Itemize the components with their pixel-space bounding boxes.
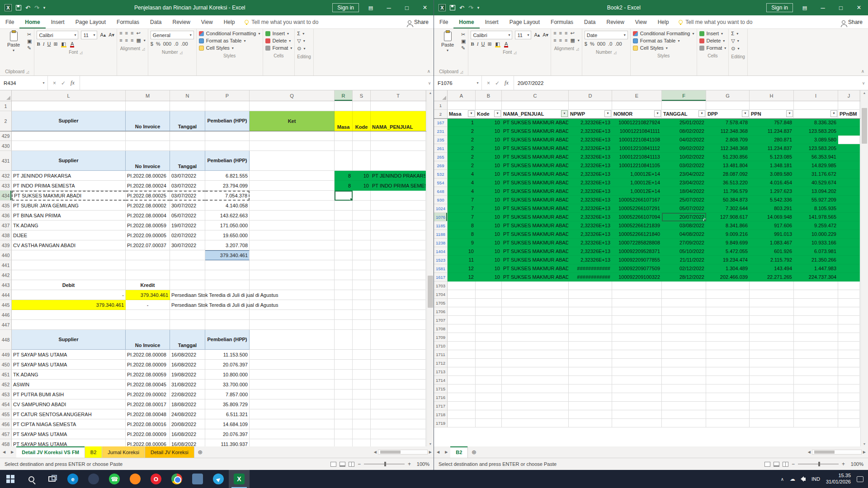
grid-cell[interactable]: PI.2022.08.00006 <box>126 439 170 446</box>
scrollbar-thumb[interactable] <box>428 276 433 308</box>
column-header[interactable]: L <box>12 90 126 101</box>
zoom-level[interactable]: 100% <box>848 461 863 467</box>
grid-cell[interactable]: 10 <box>476 221 502 230</box>
grid-cell[interactable]: 16/08/2022 <box>170 360 205 370</box>
minimize-button[interactable]: ─ <box>814 0 832 15</box>
name-box[interactable]: F1076 <box>434 76 474 90</box>
grid-cell[interactable] <box>371 419 426 429</box>
chrome-icon[interactable] <box>166 470 187 488</box>
column-header[interactable]: B <box>476 90 502 101</box>
grid-cell[interactable]: 202.466.039 <box>706 273 750 282</box>
grid-cell[interactable]: 100012210841113 <box>612 153 662 161</box>
row-header[interactable]: 439 <box>0 240 12 250</box>
grid-cell[interactable] <box>335 151 353 171</box>
grid-cell[interactable] <box>502 376 569 385</box>
grid-cell[interactable]: 2,32326E+13 <box>569 221 612 230</box>
column-header[interactable]: P <box>205 90 250 101</box>
conditional-formatting-button[interactable]: Conditional Formatting▾ <box>633 31 694 36</box>
grid-cell[interactable] <box>250 419 335 429</box>
grid-cell[interactable] <box>12 270 126 280</box>
grid-cell[interactable] <box>335 280 353 290</box>
grid-cell[interactable]: 16/08/2022 <box>170 350 205 360</box>
align-top-button[interactable]: ≡ <box>119 31 122 36</box>
row-header[interactable]: 1708 <box>434 324 448 333</box>
grid-cell[interactable] <box>250 141 335 151</box>
grid-cell[interactable] <box>448 385 476 393</box>
close-button[interactable]: × <box>416 0 434 15</box>
row-header[interactable]: 1076 <box>434 213 448 221</box>
grid-cell[interactable]: No Invoice <box>126 330 170 350</box>
underline-button[interactable]: U <box>47 42 51 47</box>
fill-color-button[interactable]: ◧ <box>61 42 67 47</box>
grid-cell[interactable]: 5.542.336 <box>750 196 794 204</box>
grid-cell[interactable]: 7.857.000 <box>205 389 250 399</box>
grid-cell[interactable]: Tanggal <box>170 111 205 131</box>
grid-cell[interactable] <box>612 419 662 427</box>
row-header[interactable]: 1718 <box>434 410 448 419</box>
grid-cell[interactable] <box>353 399 371 409</box>
grid-cell[interactable] <box>126 101 170 111</box>
grid-cell[interactable]: PI.2022.08.00017 <box>126 399 170 409</box>
grid-cell[interactable] <box>662 307 706 316</box>
grid-cell[interactable] <box>371 141 426 151</box>
sheet-nav-left-icon[interactable]: ◀ <box>0 446 8 458</box>
grid-cell[interactable] <box>335 350 353 360</box>
grid-cell[interactable] <box>353 141 371 151</box>
cell-styles-button[interactable]: Cell Styles▾ <box>199 45 260 51</box>
grid-cell[interactable]: PT JENINDO PRAKARSA <box>371 171 426 181</box>
ribbon-tab-insert[interactable]: Insert <box>480 15 504 28</box>
grid-cell[interactable] <box>502 342 569 350</box>
merge-center-button[interactable]: ▦ <box>570 38 575 43</box>
grid-cell[interactable]: 2 <box>448 127 476 136</box>
grid-cell[interactable] <box>838 273 860 282</box>
grid-cell[interactable] <box>335 260 353 270</box>
grid-cell[interactable] <box>794 316 838 324</box>
grid-cell[interactable] <box>353 290 371 300</box>
grid-cell[interactable]: 280.871 <box>750 136 794 144</box>
grid-cell[interactable] <box>126 141 170 151</box>
ribbon-tab-formulas[interactable]: Formulas <box>111 15 145 28</box>
grid-cell[interactable] <box>662 282 706 290</box>
grid-cell[interactable] <box>706 419 750 427</box>
align-center-button[interactable]: ≡ <box>125 38 128 43</box>
row-header[interactable]: 648 <box>434 187 448 196</box>
grid-cell[interactable] <box>476 410 502 419</box>
page-layout-view-icon[interactable] <box>340 462 345 467</box>
grid-cell[interactable]: TK ADANG <box>12 221 126 230</box>
grid-cell[interactable] <box>250 310 335 320</box>
grid-cell[interactable]: 2.115.792 <box>750 256 794 264</box>
grid-cell[interactable]: 224.737.304 <box>794 273 838 282</box>
grid-cell[interactable] <box>353 439 371 446</box>
row-header[interactable]: 261 <box>434 144 448 153</box>
grid-cell[interactable]: 10 <box>476 118 502 127</box>
grid-cell[interactable]: PT SUKSES MAKMUR ABADI <box>12 191 126 201</box>
grid-cell[interactable] <box>335 380 353 389</box>
grid-cell[interactable] <box>838 376 860 385</box>
grid-cell[interactable] <box>170 260 205 270</box>
grid-cell[interactable]: Supplier <box>12 111 126 131</box>
grid-cell[interactable]: 100052266121840 <box>612 230 662 239</box>
grid-cell[interactable]: PI.2022.08.00009 <box>126 429 170 439</box>
grid-cell[interactable]: NAMA_PENJUAL <box>371 111 426 131</box>
grid-cell[interactable] <box>569 359 612 367</box>
cut-button[interactable]: ✂ <box>27 32 32 37</box>
row-header[interactable]: 446 <box>0 310 12 320</box>
grid-cell[interactable]: 757.848 <box>750 118 794 127</box>
grid-cell[interactable] <box>569 350 612 359</box>
grid-cell[interactable]: 28/12/2022 <box>662 273 706 282</box>
file-explorer-icon[interactable] <box>187 470 208 488</box>
grow-font-button[interactable]: A▴ <box>534 33 540 38</box>
grid-cell[interactable]: DPP <box>706 110 750 118</box>
grid-cell[interactable]: 23.794.099 <box>205 181 250 191</box>
save-icon[interactable] <box>16 5 21 10</box>
grid-cell[interactable] <box>448 324 476 333</box>
grid-cell[interactable] <box>448 402 476 410</box>
grid-cell[interactable] <box>12 320 126 330</box>
grid-cell[interactable] <box>838 161 860 170</box>
grid-cell[interactable]: 1.297.623 <box>750 187 794 196</box>
grid-cell[interactable] <box>838 221 860 230</box>
percent-style-button[interactable]: % <box>590 42 594 47</box>
grid-cell[interactable]: No Invoice <box>126 111 170 131</box>
grid-cell[interactable] <box>250 350 335 360</box>
grid-cell[interactable] <box>794 410 838 419</box>
